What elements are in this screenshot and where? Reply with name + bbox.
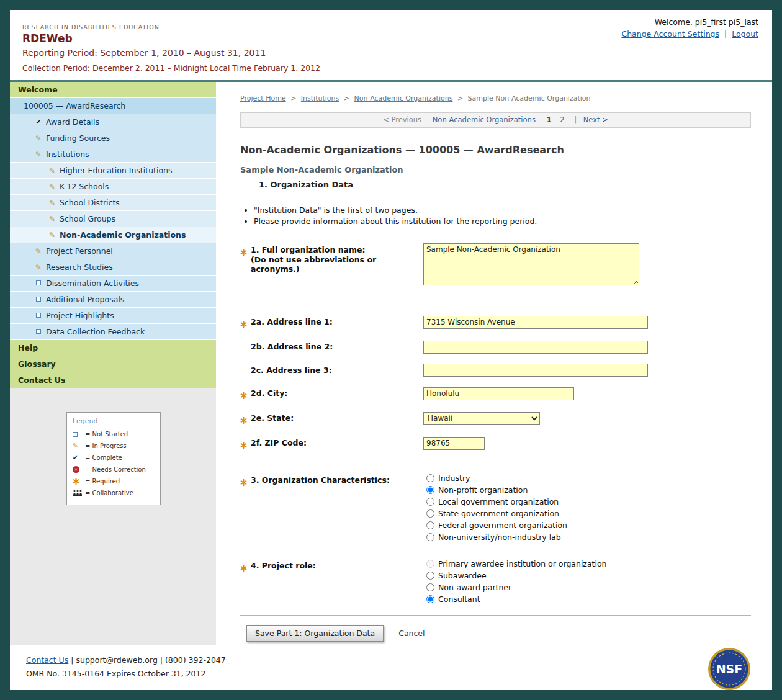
button-row: Save Part 1: Organization Data Cancel [240,625,751,642]
pencil-icon: ✎ [34,151,43,158]
sidebar-item-dissemination-activities[interactable]: Dissemination Activities [10,276,216,292]
sidebar: Welcome 100005 — AwardResearch ✔ Award D… [10,82,216,645]
required-icon [240,317,251,330]
sidebar-item-project-personnel[interactable]: ✎ Project Personnel [10,243,216,259]
section-heading: 1. Organization Data [259,180,751,189]
page-number-1: 1 [547,115,552,124]
radio-non-profit[interactable] [426,486,434,494]
address3-input[interactable] [423,364,648,377]
breadcrumb-institutions[interactable]: Institutions [301,94,339,102]
required-icon [73,478,85,485]
sidebar-item-k12-schools[interactable]: ✎ K-12 Schools [10,179,216,195]
required-icon [240,245,251,274]
page-number-2[interactable]: 2 [560,115,564,124]
field-label: 2c. Address line 3: [251,366,332,375]
pagination-bar: < Previous Non-Academic Organizations 1 … [240,112,751,128]
sidebar-item-school-groups[interactable]: ✎ School Groups [10,211,216,227]
org-name-textarea[interactable]: Sample Non-Academic Organization [423,243,639,285]
sidebar-item-school-districts[interactable]: ✎ School Districts [10,195,216,211]
radio-option-non-profit[interactable]: Non-profit organization [426,485,751,495]
radio-option-subawardee[interactable]: Subawardee [426,571,751,580]
footer-contact-link[interactable]: Contact Us [26,655,68,665]
pagination-group-link[interactable]: Non-Academic Organizations [433,115,536,124]
radio-option-consultant[interactable]: Consultant [426,595,751,604]
field-label: 2b. Address line 2: [251,342,333,352]
footer-omb-line: OMB No. 3145-0164 Expires October 31, 20… [26,669,772,678]
pencil-icon: ✎ [47,215,57,223]
sidebar-item-welcome[interactable]: Welcome [10,82,216,98]
header: RESEARCH IN DISABILITIES EDUCATION RDEWe… [10,10,772,80]
sidebar-item-non-academic-organizations[interactable]: ✎ Non-Academic Organizations [10,227,216,243]
account-area: Welcome, pi5_first pi5_last Change Accou… [621,17,758,38]
required-icon [240,561,251,574]
needs-correction-icon: ✕ [73,466,85,473]
radio-option-primary-awardee[interactable]: Primary awardee institution or organizat… [426,559,751,568]
radio-consultant[interactable] [426,595,434,603]
address1-input[interactable] [423,316,648,329]
page: RESEARCH IN DISABILITIES EDUCATION RDEWe… [10,10,772,690]
pencil-icon: ✎ [73,442,85,450]
field-label: 2d. City: [251,388,287,402]
sidebar-item-award[interactable]: 100005 — AwardResearch [10,98,216,114]
radio-state-government[interactable] [426,509,434,518]
breadcrumb-project-home[interactable]: Project Home [240,94,286,102]
radio-industry[interactable] [426,474,434,482]
page-subtitle: Sample Non-Academic Organization [240,165,751,174]
radio-non-award-partner[interactable] [426,583,434,591]
cancel-link[interactable]: Cancel [398,629,425,638]
radio-option-federal-government[interactable]: Federal government organization [426,521,751,530]
state-row: 2e. State: Hawaii [240,411,751,426]
radio-option-non-award-partner[interactable]: Non-award partner [426,583,751,592]
svg-text:NSF: NSF [716,662,743,676]
sidebar-item-project-highlights[interactable]: Project Highlights [10,308,216,324]
pencil-icon: ✎ [47,167,57,174]
next-link[interactable]: Next > [583,115,608,124]
field-label: 2f. ZIP Code: [251,438,307,451]
nsf-logo: NSF [708,647,751,693]
sidebar-item-additional-proposals[interactable]: Additional Proposals [10,292,216,308]
pencil-icon: ✎ [34,135,43,142]
not-started-icon [73,432,85,437]
address2-row: 2b. Address line 2: [240,340,751,354]
sidebar-item-award-details[interactable]: ✔ Award Details [10,114,216,130]
radio-option-non-university-lab[interactable]: Non-university/non-industry lab [426,532,751,542]
save-button[interactable]: Save Part 1: Organization Data [246,625,384,642]
footer-contact-line: Contact Us | support@rdeweb.org | (800) … [26,655,772,665]
previous-link[interactable]: < Previous [383,115,421,124]
state-select[interactable]: Hawaii [423,412,540,425]
field-label: 2e. State: [251,413,294,426]
city-row: 2d. City: [240,387,751,402]
change-account-settings-link[interactable]: Change Account Settings [621,29,719,38]
pencil-icon: ✎ [34,248,43,255]
sidebar-item-data-collection-feedback[interactable]: Data Collection Feedback [10,324,216,340]
address2-input[interactable] [423,341,648,354]
radio-federal-government[interactable] [426,521,434,529]
zip-input[interactable] [423,437,485,450]
breadcrumb: Project Home > Institutions > Non-Academ… [240,94,751,102]
radio-local-government[interactable] [426,498,434,506]
radio-subawardee[interactable] [426,572,434,580]
radio-option-industry[interactable]: Industry [426,473,751,483]
not-started-icon [34,295,43,303]
sidebar-item-funding-sources[interactable]: ✎ Funding Sources [10,130,216,146]
sidebar-item-help[interactable]: Help [10,340,216,356]
radio-primary-awardee[interactable] [426,560,434,568]
page-title: Non-Academic Organizations — 100005 — Aw… [240,144,751,156]
pencil-icon: ✎ [34,264,43,271]
sidebar-item-research-studies[interactable]: ✎ Research Studies [10,259,216,276]
instruction-item: "Institution Data" is the first of two p… [254,205,751,215]
sidebar-item-glossary[interactable]: Glossary [10,356,216,372]
sidebar-item-higher-education-institutions[interactable]: ✎ Higher Education Institutions [10,163,216,179]
org-name-row: 1. Full organization name: (Do not use a… [240,243,751,288]
required-icon [240,475,251,488]
city-input[interactable] [423,387,574,400]
sidebar-item-institutions[interactable]: ✎ Institutions [10,146,216,163]
zip-row: 2f. ZIP Code: [240,436,751,451]
radio-option-state-government[interactable]: State government organization [426,509,751,518]
radio-non-university-lab[interactable] [426,533,434,541]
logout-link[interactable]: Logout [732,29,758,38]
sidebar-item-contact-us[interactable]: Contact Us [10,372,216,388]
check-icon: ✔ [73,454,85,461]
radio-option-local-government[interactable]: Local government organization [426,497,751,506]
breadcrumb-non-academic-organizations[interactable]: Non-Academic Organizations [354,94,452,102]
